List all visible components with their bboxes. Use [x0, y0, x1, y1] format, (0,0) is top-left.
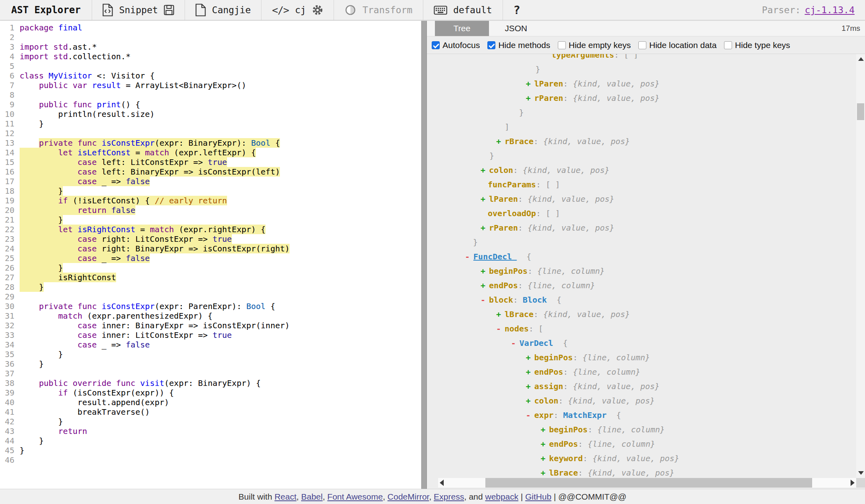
- code-line[interactable]: case left: BinaryExpr => isConstExpr(lef…: [18, 167, 421, 177]
- scroll-right-arrow[interactable]: [851, 480, 855, 486]
- code-line[interactable]: match (expr.parenthesizedExpr) {: [18, 311, 421, 321]
- footer-link-babel[interactable]: Babel: [301, 492, 323, 501]
- horizontal-scrollbar[interactable]: [438, 478, 856, 488]
- tree-row-rBrace[interactable]: +rBrace: {kind, value, pos}: [427, 134, 856, 149]
- tree-row-colon[interactable]: +colon: {kind, value, pos}: [427, 163, 856, 177]
- panel-resize-handle[interactable]: [421, 21, 427, 489]
- code-line[interactable]: }: [18, 359, 421, 369]
- code-line[interactable]: }: [18, 446, 421, 455]
- transform-toggle-icon[interactable]: [344, 4, 356, 16]
- expand-icon[interactable]: +: [541, 425, 545, 434]
- code-line[interactable]: private func isConstExpr(expr: BinaryExp…: [18, 138, 421, 148]
- tree-row-typeArguments[interactable]: typeArguments: [ ]: [427, 54, 856, 62]
- checkbox-unchecked-icon[interactable]: [558, 41, 566, 49]
- code-line[interactable]: breakTraverse(): [18, 407, 421, 417]
- keymap-button[interactable]: default: [453, 5, 492, 15]
- tree-row-beginPos[interactable]: +beginPos: {line, column}: [427, 422, 856, 437]
- collapse-icon[interactable]: -: [465, 252, 470, 261]
- code-line[interactable]: [18, 90, 421, 100]
- code-line[interactable]: if (!isLeftConst) { // early return: [18, 196, 421, 205]
- tree-row-lParen[interactable]: +lParen: {kind, value, pos}: [427, 192, 856, 206]
- tree-row-lBrace[interactable]: +lBrace: {kind, value, pos}: [427, 466, 856, 478]
- option-hide-type-keys[interactable]: Hide type keys: [724, 40, 790, 50]
- language-button[interactable]: Cangjie: [212, 5, 251, 15]
- expand-icon[interactable]: +: [526, 79, 531, 88]
- code-line[interactable]: result.append(expr): [18, 398, 421, 407]
- tree-row-beginPos[interactable]: +beginPos: {line, column}: [427, 350, 856, 365]
- expand-icon[interactable]: +: [496, 309, 501, 319]
- save-icon[interactable]: [164, 5, 174, 15]
- code-line[interactable]: case _ => false: [18, 177, 421, 186]
- code-line[interactable]: import std.ast.*: [18, 42, 421, 52]
- transform-button[interactable]: Transform: [362, 5, 412, 15]
- scroll-up-arrow[interactable]: [858, 57, 864, 61]
- code-line[interactable]: if (isConstExpr(expr)) {: [18, 388, 421, 398]
- footer-link-webpack[interactable]: webpack: [485, 492, 519, 501]
- code-line[interactable]: isRightConst: [18, 273, 421, 282]
- code-line[interactable]: [18, 369, 421, 378]
- gear-icon[interactable]: [312, 4, 323, 16]
- tree-row-rParen[interactable]: +rParen: {kind, value, pos}: [427, 91, 856, 105]
- option-hide-methods[interactable]: Hide methods: [487, 40, 550, 50]
- code-line[interactable]: }: [18, 436, 421, 446]
- code-line[interactable]: [18, 292, 421, 301]
- help-button[interactable]: ?: [513, 3, 520, 17]
- expand-icon[interactable]: +: [481, 266, 485, 276]
- expand-icon[interactable]: +: [481, 223, 485, 233]
- expand-icon[interactable]: +: [526, 382, 531, 391]
- footer-link-font-awesome[interactable]: Font Awesome: [327, 492, 383, 501]
- expand-icon[interactable]: +: [526, 367, 531, 377]
- expand-icon[interactable]: +: [481, 281, 485, 290]
- vertical-scroll-thumb[interactable]: [857, 103, 864, 120]
- checkbox-unchecked-icon[interactable]: [638, 41, 646, 49]
- tree-row-nodes[interactable]: -nodes: [: [427, 321, 856, 336]
- code-line[interactable]: case _ => false: [18, 340, 421, 349]
- code-line[interactable]: }: [18, 119, 421, 129]
- tree-row-funcParams[interactable]: funcParams: [ ]: [427, 177, 856, 192]
- code-line[interactable]: case _ => false: [18, 253, 421, 263]
- option-hide-location-data[interactable]: Hide location data: [638, 40, 716, 50]
- tab-json[interactable]: JSON: [489, 21, 543, 36]
- horizontal-scroll-thumb[interactable]: [485, 478, 812, 488]
- code-line[interactable]: case right: LitConstExpr => true: [18, 234, 421, 244]
- code-line[interactable]: return false: [18, 205, 421, 215]
- code-line[interactable]: [18, 129, 421, 138]
- collapse-icon[interactable]: -: [496, 324, 501, 333]
- option-autofocus[interactable]: Autofocus: [432, 40, 480, 50]
- tree-row-expr[interactable]: -expr: MatchExpr {: [427, 408, 856, 422]
- expand-icon[interactable]: +: [481, 165, 485, 175]
- tree-row-block[interactable]: -block: Block {: [427, 293, 856, 307]
- tree-row-VarDecl[interactable]: -VarDecl {: [427, 336, 856, 350]
- footer-link-github[interactable]: GitHub: [525, 492, 551, 501]
- code-line[interactable]: println(result.size): [18, 109, 421, 119]
- footer-link-express[interactable]: Express: [434, 492, 464, 501]
- code-line[interactable]: public var result = ArrayList<BinaryExpr…: [18, 80, 421, 90]
- code-line[interactable]: }: [18, 282, 421, 292]
- checkbox-unchecked-icon[interactable]: [724, 41, 732, 49]
- code-line[interactable]: return: [18, 426, 421, 436]
- code-line[interactable]: [18, 61, 421, 71]
- expand-icon[interactable]: +: [541, 439, 545, 449]
- tree-row-rParen[interactable]: +rParen: {kind, value, pos}: [427, 221, 856, 235]
- code-line[interactable]: case inner: LitConstExpr => true: [18, 330, 421, 340]
- tree-row-endPos[interactable]: +endPos: {line, column}: [427, 278, 856, 293]
- checkbox-checked-icon[interactable]: [487, 41, 495, 49]
- tree-row-assign[interactable]: +assign: {kind, value, pos}: [427, 379, 856, 394]
- tree-row-endPos[interactable]: +endPos: {line, column}: [427, 365, 856, 379]
- snippet-button[interactable]: Snippet: [119, 5, 158, 15]
- code-line[interactable]: class MyVisitor <: Visitor {: [18, 71, 421, 80]
- code-line[interactable]: public func print() {: [18, 100, 421, 109]
- code-line[interactable]: }: [18, 417, 421, 426]
- checkbox-checked-icon[interactable]: [432, 41, 440, 49]
- footer-link-codemirror[interactable]: CodeMirror: [388, 492, 429, 501]
- code-line[interactable]: }: [18, 349, 421, 359]
- code-line[interactable]: package final: [18, 23, 421, 32]
- collapse-icon[interactable]: -: [511, 338, 516, 348]
- code-line[interactable]: let isRightConst = match (expr.rightExpr…: [18, 225, 421, 234]
- scroll-left-arrow[interactable]: [440, 480, 444, 486]
- tree-row-endPos[interactable]: +endPos: {line, column}: [427, 437, 856, 451]
- code-line[interactable]: }: [18, 186, 421, 196]
- expand-icon[interactable]: +: [541, 468, 545, 478]
- collapse-icon[interactable]: -: [481, 295, 485, 305]
- expand-icon[interactable]: +: [496, 137, 501, 146]
